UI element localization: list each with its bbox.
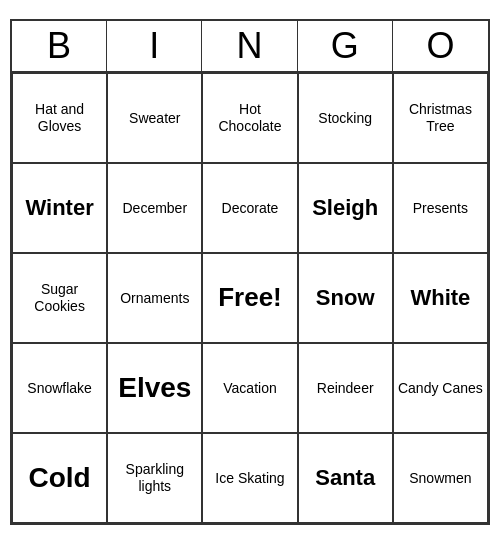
cell-r1-c2: Decorate [202,163,297,253]
cell-r0-c0: Hat and Gloves [12,73,107,163]
cell-r2-c4: White [393,253,488,343]
cell-r0-c3: Stocking [298,73,393,163]
cell-r4-c3: Santa [298,433,393,523]
cell-r4-c2: Ice Skating [202,433,297,523]
cell-r0-c1: Sweater [107,73,202,163]
cell-r1-c1: December [107,163,202,253]
cell-r4-c4: Snowmen [393,433,488,523]
header-letter: O [393,21,488,71]
cell-r3-c0: Snowflake [12,343,107,433]
cell-r4-c0: Cold [12,433,107,523]
cell-r1-c4: Presents [393,163,488,253]
cell-r2-c2: Free! [202,253,297,343]
header-letter: G [298,21,393,71]
bingo-header: BINGO [12,21,488,73]
cell-r2-c0: Sugar Cookies [12,253,107,343]
bingo-card: BINGO Hat and GlovesSweaterHot Chocolate… [10,19,490,525]
header-letter: B [12,21,107,71]
cell-r3-c1: Elves [107,343,202,433]
cell-r3-c2: Vacation [202,343,297,433]
cell-r3-c4: Candy Canes [393,343,488,433]
cell-r4-c1: Sparkling lights [107,433,202,523]
cell-r2-c1: Ornaments [107,253,202,343]
cell-r1-c3: Sleigh [298,163,393,253]
cell-r2-c3: Snow [298,253,393,343]
cell-r0-c2: Hot Chocolate [202,73,297,163]
header-letter: I [107,21,202,71]
cell-r3-c3: Reindeer [298,343,393,433]
cell-r0-c4: Christmas Tree [393,73,488,163]
header-letter: N [202,21,297,71]
cell-r1-c0: Winter [12,163,107,253]
bingo-grid: Hat and GlovesSweaterHot ChocolateStocki… [12,73,488,523]
